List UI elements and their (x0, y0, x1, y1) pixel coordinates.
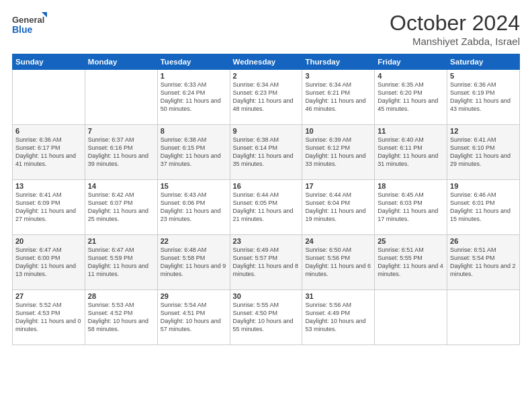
calendar-cell: 13Sunrise: 6:41 AM Sunset: 6:09 PM Dayli… (13, 180, 85, 235)
calendar-cell: 3Sunrise: 6:34 AM Sunset: 6:21 PM Daylig… (302, 70, 375, 125)
calendar-cell: 31Sunrise: 5:56 AM Sunset: 4:49 PM Dayli… (302, 290, 375, 345)
calendar-cell: 8Sunrise: 6:38 AM Sunset: 6:15 PM Daylig… (157, 125, 230, 180)
day-detail: Sunrise: 6:51 AM Sunset: 5:55 PM Dayligh… (378, 246, 444, 279)
day-number: 16 (233, 182, 300, 190)
calendar-cell: 22Sunrise: 6:48 AM Sunset: 5:58 PM Dayli… (157, 235, 230, 290)
day-detail: Sunrise: 6:38 AM Sunset: 6:14 PM Dayligh… (233, 136, 300, 169)
day-detail: Sunrise: 6:34 AM Sunset: 6:21 PM Dayligh… (305, 81, 371, 113)
day-number: 28 (88, 292, 154, 300)
day-number: 30 (233, 292, 300, 300)
calendar-cell: 19Sunrise: 6:46 AM Sunset: 6:01 PM Dayli… (447, 180, 520, 235)
day-number: 29 (161, 292, 227, 300)
calendar-cell: 26Sunrise: 6:51 AM Sunset: 5:54 PM Dayli… (447, 235, 520, 290)
calendar-cell: 12Sunrise: 6:41 AM Sunset: 6:10 PM Dayli… (447, 125, 520, 180)
day-detail: Sunrise: 5:55 AM Sunset: 4:50 PM Dayligh… (233, 301, 300, 334)
day-number: 18 (378, 182, 444, 190)
calendar-cell: 29Sunrise: 5:54 AM Sunset: 4:51 PM Dayli… (157, 290, 230, 345)
day-header: Sunday (13, 54, 85, 70)
calendar-cell: 2Sunrise: 6:34 AM Sunset: 6:23 PM Daylig… (230, 70, 302, 125)
day-detail: Sunrise: 5:54 AM Sunset: 4:51 PM Dayligh… (161, 301, 227, 334)
day-header: Tuesday (157, 54, 230, 70)
day-number: 20 (15, 237, 82, 245)
day-detail: Sunrise: 6:42 AM Sunset: 6:07 PM Dayligh… (88, 191, 154, 224)
calendar-cell: 5Sunrise: 6:36 AM Sunset: 6:19 PM Daylig… (447, 70, 520, 125)
day-number: 14 (88, 182, 154, 190)
calendar-table: SundayMondayTuesdayWednesdayThursdayFrid… (12, 54, 520, 345)
calendar-cell: 30Sunrise: 5:55 AM Sunset: 4:50 PM Dayli… (230, 290, 302, 345)
calendar-cell: 28Sunrise: 5:53 AM Sunset: 4:52 PM Dayli… (85, 290, 157, 345)
day-number: 25 (378, 237, 444, 245)
calendar-cell: 4Sunrise: 6:35 AM Sunset: 6:20 PM Daylig… (375, 70, 447, 125)
day-number: 9 (233, 127, 300, 135)
day-detail: Sunrise: 6:44 AM Sunset: 6:05 PM Dayligh… (233, 191, 300, 224)
day-detail: Sunrise: 6:46 AM Sunset: 6:01 PM Dayligh… (450, 191, 517, 224)
calendar-cell (375, 290, 447, 345)
day-detail: Sunrise: 6:35 AM Sunset: 6:20 PM Dayligh… (378, 81, 444, 113)
month-title: October 2024 (390, 11, 520, 36)
calendar-cell: 9Sunrise: 6:38 AM Sunset: 6:14 PM Daylig… (230, 125, 302, 180)
calendar-cell: 20Sunrise: 6:47 AM Sunset: 6:00 PM Dayli… (13, 235, 85, 290)
page: General Blue October 2024 Manshiyet Zabd… (0, 0, 532, 411)
day-number: 23 (233, 237, 300, 245)
header: General Blue October 2024 Manshiyet Zabd… (12, 11, 520, 47)
day-number: 27 (15, 292, 82, 300)
calendar-cell (85, 70, 157, 125)
day-detail: Sunrise: 6:41 AM Sunset: 6:10 PM Dayligh… (450, 136, 517, 169)
day-detail: Sunrise: 6:39 AM Sunset: 6:12 PM Dayligh… (305, 136, 371, 169)
calendar-cell: 21Sunrise: 6:47 AM Sunset: 5:59 PM Dayli… (85, 235, 157, 290)
calendar-cell: 7Sunrise: 6:37 AM Sunset: 6:16 PM Daylig… (85, 125, 157, 180)
day-number: 3 (305, 72, 371, 80)
day-number: 15 (161, 182, 227, 190)
calendar-cell: 24Sunrise: 6:50 AM Sunset: 5:56 PM Dayli… (302, 235, 375, 290)
day-number: 6 (15, 127, 82, 135)
svg-text:Blue: Blue (12, 24, 33, 35)
day-detail: Sunrise: 6:44 AM Sunset: 6:04 PM Dayligh… (305, 191, 371, 224)
calendar-cell: 18Sunrise: 6:45 AM Sunset: 6:03 PM Dayli… (375, 180, 447, 235)
day-header: Friday (375, 54, 447, 70)
day-number: 17 (305, 182, 371, 190)
day-detail: Sunrise: 5:53 AM Sunset: 4:52 PM Dayligh… (88, 301, 154, 334)
day-detail: Sunrise: 6:48 AM Sunset: 5:58 PM Dayligh… (161, 246, 227, 279)
day-number: 19 (450, 182, 517, 190)
subtitle: Manshiyet Zabda, Israel (390, 36, 520, 47)
day-number: 4 (378, 72, 444, 80)
day-header: Thursday (302, 54, 375, 70)
day-detail: Sunrise: 6:50 AM Sunset: 5:56 PM Dayligh… (305, 246, 371, 279)
calendar-cell: 6Sunrise: 6:36 AM Sunset: 6:17 PM Daylig… (13, 125, 85, 180)
calendar-cell: 11Sunrise: 6:40 AM Sunset: 6:11 PM Dayli… (375, 125, 447, 180)
calendar-cell: 14Sunrise: 6:42 AM Sunset: 6:07 PM Dayli… (85, 180, 157, 235)
day-detail: Sunrise: 6:41 AM Sunset: 6:09 PM Dayligh… (15, 191, 82, 224)
day-detail: Sunrise: 6:45 AM Sunset: 6:03 PM Dayligh… (378, 191, 444, 224)
day-header: Wednesday (230, 54, 302, 70)
day-detail: Sunrise: 6:40 AM Sunset: 6:11 PM Dayligh… (378, 136, 444, 169)
day-number: 31 (305, 292, 371, 300)
day-detail: Sunrise: 6:43 AM Sunset: 6:06 PM Dayligh… (161, 191, 227, 224)
day-number: 11 (378, 127, 444, 135)
day-number: 5 (450, 72, 517, 80)
title-section: October 2024 Manshiyet Zabda, Israel (390, 11, 520, 47)
day-detail: Sunrise: 6:49 AM Sunset: 5:57 PM Dayligh… (233, 246, 300, 279)
day-number: 24 (305, 237, 371, 245)
calendar-cell: 15Sunrise: 6:43 AM Sunset: 6:06 PM Dayli… (157, 180, 230, 235)
day-detail: Sunrise: 5:52 AM Sunset: 4:53 PM Dayligh… (15, 301, 82, 334)
calendar-cell: 10Sunrise: 6:39 AM Sunset: 6:12 PM Dayli… (302, 125, 375, 180)
day-number: 7 (88, 127, 154, 135)
calendar-cell: 25Sunrise: 6:51 AM Sunset: 5:55 PM Dayli… (375, 235, 447, 290)
day-detail: Sunrise: 6:47 AM Sunset: 5:59 PM Dayligh… (88, 246, 154, 279)
day-detail: Sunrise: 6:36 AM Sunset: 6:19 PM Dayligh… (450, 81, 517, 113)
calendar-cell: 1Sunrise: 6:33 AM Sunset: 6:24 PM Daylig… (157, 70, 230, 125)
calendar-cell (13, 70, 85, 125)
day-number: 2 (233, 72, 300, 80)
day-detail: Sunrise: 6:37 AM Sunset: 6:16 PM Dayligh… (88, 136, 154, 169)
day-header: Saturday (447, 54, 520, 70)
day-detail: Sunrise: 6:34 AM Sunset: 6:23 PM Dayligh… (233, 81, 300, 113)
day-number: 13 (15, 182, 82, 190)
day-number: 22 (161, 237, 227, 245)
logo-svg: General Blue (12, 11, 47, 40)
day-number: 12 (450, 127, 517, 135)
day-detail: Sunrise: 6:47 AM Sunset: 6:00 PM Dayligh… (15, 246, 82, 279)
header-row: SundayMondayTuesdayWednesdayThursdayFrid… (13, 54, 520, 70)
day-detail: Sunrise: 6:36 AM Sunset: 6:17 PM Dayligh… (15, 136, 82, 169)
day-detail: Sunrise: 6:33 AM Sunset: 6:24 PM Dayligh… (161, 81, 227, 113)
day-number: 21 (88, 237, 154, 245)
